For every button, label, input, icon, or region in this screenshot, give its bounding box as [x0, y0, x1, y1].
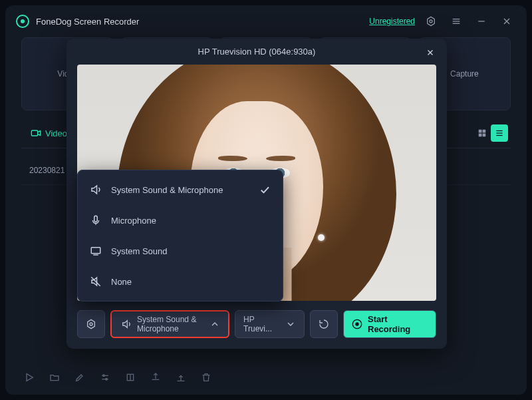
file-name: 20230821	[29, 166, 65, 175]
svg-rect-10	[483, 130, 486, 133]
microphone-icon	[90, 214, 102, 226]
play-icon[interactable]	[21, 369, 37, 385]
audio-option-none[interactable]: None	[78, 266, 283, 297]
speaker-icon	[121, 319, 132, 329]
svg-point-1	[430, 20, 432, 23]
minimize-button[interactable]	[472, 12, 491, 31]
start-recording-button[interactable]: Start Recording	[343, 310, 436, 338]
modal-footer: System Sound & Microphone HP Truevi... S…	[66, 301, 447, 349]
modal-title: HP Truevision HD (064e:930a)	[198, 47, 316, 57]
audio-option-system-sound[interactable]: System Sound	[78, 236, 283, 266]
audio-source-dropdown[interactable]: System Sound & Microphone	[110, 310, 229, 338]
chevron-down-icon	[285, 319, 296, 329]
trash-icon[interactable]	[198, 369, 214, 385]
app-title: FoneDog Screen Recorder	[36, 17, 139, 27]
svg-rect-11	[479, 134, 482, 137]
svg-rect-12	[483, 134, 486, 137]
close-button[interactable]	[497, 12, 516, 31]
unregistered-link[interactable]: Unregistered	[369, 17, 415, 26]
svg-rect-29	[94, 216, 98, 222]
start-label: Start Recording	[368, 314, 428, 334]
svg-rect-8	[31, 130, 37, 136]
bottom-toolbar	[5, 364, 527, 395]
option-label: None	[111, 277, 132, 287]
tab-label: Video	[45, 128, 67, 138]
app-logo-icon	[16, 15, 29, 28]
share-icon[interactable]	[173, 369, 189, 385]
grid-view-button[interactable]	[473, 124, 491, 142]
speaker-icon	[90, 184, 102, 196]
audio-option-system-and-mic[interactable]: System Sound & Microphone	[78, 174, 283, 205]
option-label: System Sound & Microphone	[111, 185, 223, 195]
svg-marker-25	[88, 319, 95, 328]
chevron-up-icon	[209, 319, 220, 329]
modal-settings-button[interactable]	[77, 310, 105, 338]
system-sound-icon	[90, 245, 102, 257]
folder-icon[interactable]	[47, 369, 63, 385]
export-icon[interactable]	[148, 369, 164, 385]
modal-close-button[interactable]	[423, 45, 438, 60]
file-action-icon[interactable]	[469, 163, 484, 178]
compress-icon[interactable]	[122, 369, 138, 385]
svg-rect-30	[91, 248, 100, 254]
menu-icon[interactable]	[447, 12, 466, 31]
check-icon	[259, 184, 271, 196]
mode-label: Capture	[450, 69, 479, 79]
video-icon	[31, 128, 41, 138]
settings-icon[interactable]	[422, 12, 440, 31]
svg-marker-0	[428, 17, 435, 25]
audio-label: System Sound & Microphone	[137, 315, 204, 333]
edit-icon[interactable]	[72, 369, 88, 385]
modal-header: HP Truevision HD (064e:930a)	[66, 39, 447, 65]
svg-point-26	[90, 323, 92, 325]
reset-button[interactable]	[310, 310, 338, 338]
option-label: Microphone	[111, 216, 156, 226]
file-action-icon[interactable]	[488, 163, 503, 178]
option-label: System Sound	[111, 246, 168, 256]
svg-point-28	[355, 322, 358, 325]
audio-option-microphone[interactable]: Microphone	[78, 205, 283, 236]
svg-marker-16	[27, 374, 33, 381]
camera-device-dropdown[interactable]: HP Truevi...	[235, 310, 305, 338]
record-icon	[352, 319, 362, 329]
view-toggle	[473, 124, 508, 142]
titlebar: FoneDog Screen Recorder Unregistered	[5, 5, 527, 37]
svg-rect-9	[479, 130, 482, 133]
list-view-button[interactable]	[491, 124, 508, 142]
mute-icon	[90, 276, 102, 288]
equalizer-icon[interactable]	[97, 369, 113, 385]
camera-label: HP Truevi...	[243, 315, 280, 333]
audio-source-menu: System Sound & Microphone Microphone Sys…	[77, 170, 283, 301]
